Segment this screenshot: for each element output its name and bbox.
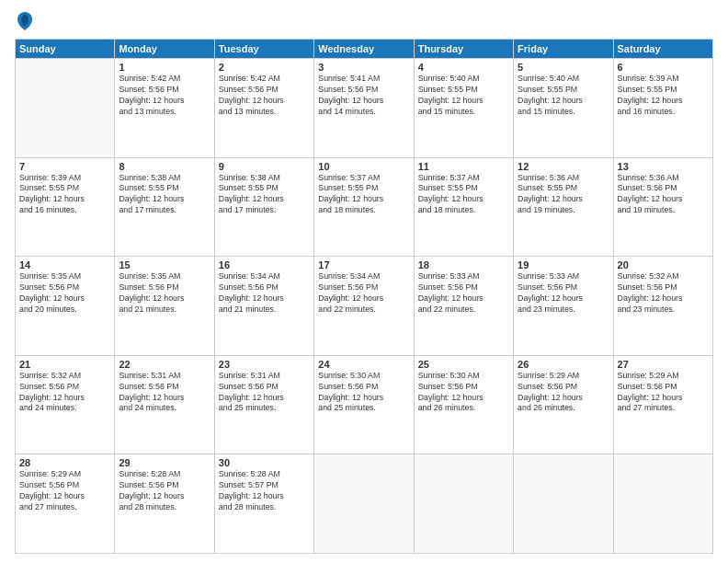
cell-info: Sunrise: 5:39 AM Sunset: 5:55 PM Dayligh… bbox=[19, 173, 110, 217]
calendar-cell: 25Sunrise: 5:30 AM Sunset: 5:56 PM Dayli… bbox=[414, 355, 513, 454]
cell-info: Sunrise: 5:39 AM Sunset: 5:55 PM Dayligh… bbox=[618, 74, 709, 118]
calendar-cell bbox=[514, 454, 613, 554]
cell-info: Sunrise: 5:28 AM Sunset: 5:56 PM Dayligh… bbox=[119, 469, 210, 513]
calendar-week-2: 7Sunrise: 5:39 AM Sunset: 5:55 PM Daylig… bbox=[16, 157, 713, 257]
calendar-header-thursday: Thursday bbox=[414, 40, 513, 59]
day-number: 20 bbox=[618, 259, 709, 270]
calendar-cell: 21Sunrise: 5:32 AM Sunset: 5:56 PM Dayli… bbox=[16, 355, 115, 454]
day-number: 18 bbox=[418, 259, 509, 270]
day-number: 9 bbox=[219, 161, 310, 172]
calendar-cell: 22Sunrise: 5:31 AM Sunset: 5:56 PM Dayli… bbox=[115, 355, 214, 454]
calendar-cell: 16Sunrise: 5:34 AM Sunset: 5:56 PM Dayli… bbox=[214, 257, 313, 356]
cell-info: Sunrise: 5:40 AM Sunset: 5:55 PM Dayligh… bbox=[518, 74, 609, 118]
calendar-cell: 15Sunrise: 5:35 AM Sunset: 5:56 PM Dayli… bbox=[115, 257, 214, 356]
calendar-header-row: SundayMondayTuesdayWednesdayThursdayFrid… bbox=[16, 40, 713, 59]
calendar-cell bbox=[414, 454, 513, 554]
cell-info: Sunrise: 5:31 AM Sunset: 5:56 PM Dayligh… bbox=[119, 371, 210, 415]
calendar-cell: 3Sunrise: 5:41 AM Sunset: 5:56 PM Daylig… bbox=[314, 59, 414, 158]
calendar-cell: 24Sunrise: 5:30 AM Sunset: 5:56 PM Dayli… bbox=[314, 355, 414, 454]
calendar-cell: 20Sunrise: 5:32 AM Sunset: 5:56 PM Dayli… bbox=[613, 257, 712, 356]
calendar-week-4: 21Sunrise: 5:32 AM Sunset: 5:56 PM Dayli… bbox=[16, 355, 713, 454]
cell-info: Sunrise: 5:38 AM Sunset: 5:55 PM Dayligh… bbox=[219, 173, 310, 217]
day-number: 19 bbox=[518, 259, 609, 270]
day-number: 29 bbox=[119, 457, 210, 468]
calendar-cell: 9Sunrise: 5:38 AM Sunset: 5:55 PM Daylig… bbox=[214, 157, 313, 257]
calendar-cell: 23Sunrise: 5:31 AM Sunset: 5:56 PM Dayli… bbox=[214, 355, 313, 454]
calendar-cell: 19Sunrise: 5:33 AM Sunset: 5:56 PM Dayli… bbox=[514, 257, 613, 356]
calendar-cell: 14Sunrise: 5:35 AM Sunset: 5:56 PM Dayli… bbox=[16, 257, 115, 356]
day-number: 3 bbox=[318, 62, 409, 73]
calendar-header-monday: Monday bbox=[115, 40, 214, 59]
calendar-cell bbox=[613, 454, 712, 554]
calendar-cell: 12Sunrise: 5:36 AM Sunset: 5:55 PM Dayli… bbox=[514, 157, 613, 257]
day-number: 4 bbox=[418, 62, 509, 73]
calendar-cell: 27Sunrise: 5:29 AM Sunset: 5:56 PM Dayli… bbox=[613, 355, 712, 454]
day-number: 24 bbox=[318, 359, 409, 370]
cell-info: Sunrise: 5:38 AM Sunset: 5:55 PM Dayligh… bbox=[119, 173, 210, 217]
calendar-header-sunday: Sunday bbox=[16, 40, 115, 59]
cell-info: Sunrise: 5:29 AM Sunset: 5:56 PM Dayligh… bbox=[19, 469, 110, 513]
calendar-cell: 26Sunrise: 5:29 AM Sunset: 5:56 PM Dayli… bbox=[514, 355, 613, 454]
logo bbox=[15, 11, 37, 31]
cell-info: Sunrise: 5:33 AM Sunset: 5:56 PM Dayligh… bbox=[518, 271, 609, 316]
cell-info: Sunrise: 5:41 AM Sunset: 5:56 PM Dayligh… bbox=[318, 74, 409, 118]
cell-info: Sunrise: 5:34 AM Sunset: 5:56 PM Dayligh… bbox=[318, 271, 409, 316]
day-number: 14 bbox=[19, 259, 110, 270]
calendar-cell bbox=[314, 454, 414, 554]
calendar-cell: 6Sunrise: 5:39 AM Sunset: 5:55 PM Daylig… bbox=[613, 59, 712, 158]
cell-info: Sunrise: 5:33 AM Sunset: 5:56 PM Dayligh… bbox=[418, 271, 509, 316]
day-number: 23 bbox=[219, 359, 310, 370]
cell-info: Sunrise: 5:40 AM Sunset: 5:55 PM Dayligh… bbox=[418, 74, 509, 118]
calendar-cell: 11Sunrise: 5:37 AM Sunset: 5:55 PM Dayli… bbox=[414, 157, 513, 257]
calendar-cell: 30Sunrise: 5:28 AM Sunset: 5:57 PM Dayli… bbox=[214, 454, 313, 554]
day-number: 30 bbox=[219, 457, 310, 468]
cell-info: Sunrise: 5:30 AM Sunset: 5:56 PM Dayligh… bbox=[318, 371, 409, 415]
logo-icon bbox=[17, 11, 33, 31]
calendar-cell: 7Sunrise: 5:39 AM Sunset: 5:55 PM Daylig… bbox=[16, 157, 115, 257]
cell-info: Sunrise: 5:37 AM Sunset: 5:55 PM Dayligh… bbox=[318, 173, 409, 217]
calendar-cell: 17Sunrise: 5:34 AM Sunset: 5:56 PM Dayli… bbox=[314, 257, 414, 356]
cell-info: Sunrise: 5:28 AM Sunset: 5:57 PM Dayligh… bbox=[219, 469, 310, 513]
calendar-cell: 13Sunrise: 5:36 AM Sunset: 5:56 PM Dayli… bbox=[613, 157, 712, 257]
cell-info: Sunrise: 5:29 AM Sunset: 5:56 PM Dayligh… bbox=[618, 371, 709, 415]
cell-info: Sunrise: 5:35 AM Sunset: 5:56 PM Dayligh… bbox=[19, 271, 110, 316]
cell-info: Sunrise: 5:34 AM Sunset: 5:56 PM Dayligh… bbox=[219, 271, 310, 316]
calendar-cell: 4Sunrise: 5:40 AM Sunset: 5:55 PM Daylig… bbox=[414, 59, 513, 158]
day-number: 17 bbox=[318, 259, 409, 270]
day-number: 25 bbox=[418, 359, 509, 370]
page: SundayMondayTuesdayWednesdayThursdayFrid… bbox=[0, 0, 728, 563]
calendar-cell: 29Sunrise: 5:28 AM Sunset: 5:56 PM Dayli… bbox=[115, 454, 214, 554]
cell-info: Sunrise: 5:29 AM Sunset: 5:56 PM Dayligh… bbox=[518, 371, 609, 415]
day-number: 8 bbox=[119, 161, 210, 172]
cell-info: Sunrise: 5:35 AM Sunset: 5:56 PM Dayligh… bbox=[119, 271, 210, 316]
day-number: 11 bbox=[418, 161, 509, 172]
calendar-week-5: 28Sunrise: 5:29 AM Sunset: 5:56 PM Dayli… bbox=[16, 454, 713, 554]
day-number: 16 bbox=[219, 259, 310, 270]
day-number: 10 bbox=[318, 161, 409, 172]
day-number: 5 bbox=[518, 62, 609, 73]
calendar-header-wednesday: Wednesday bbox=[314, 40, 414, 59]
day-number: 2 bbox=[219, 62, 310, 73]
calendar-cell: 10Sunrise: 5:37 AM Sunset: 5:55 PM Dayli… bbox=[314, 157, 414, 257]
calendar-cell: 2Sunrise: 5:42 AM Sunset: 5:56 PM Daylig… bbox=[214, 59, 313, 158]
cell-info: Sunrise: 5:37 AM Sunset: 5:55 PM Dayligh… bbox=[418, 173, 509, 217]
day-number: 13 bbox=[618, 161, 709, 172]
day-number: 27 bbox=[618, 359, 709, 370]
calendar-cell: 1Sunrise: 5:42 AM Sunset: 5:56 PM Daylig… bbox=[115, 59, 214, 158]
cell-info: Sunrise: 5:42 AM Sunset: 5:56 PM Dayligh… bbox=[119, 74, 210, 118]
cell-info: Sunrise: 5:42 AM Sunset: 5:56 PM Dayligh… bbox=[219, 74, 310, 118]
day-number: 26 bbox=[518, 359, 609, 370]
cell-info: Sunrise: 5:36 AM Sunset: 5:56 PM Dayligh… bbox=[618, 173, 709, 217]
day-number: 12 bbox=[518, 161, 609, 172]
cell-info: Sunrise: 5:32 AM Sunset: 5:56 PM Dayligh… bbox=[618, 271, 709, 316]
calendar-table: SundayMondayTuesdayWednesdayThursdayFrid… bbox=[15, 39, 713, 554]
day-number: 7 bbox=[19, 161, 110, 172]
day-number: 22 bbox=[119, 359, 210, 370]
calendar-cell: 18Sunrise: 5:33 AM Sunset: 5:56 PM Dayli… bbox=[414, 257, 513, 356]
cell-info: Sunrise: 5:36 AM Sunset: 5:55 PM Dayligh… bbox=[518, 173, 609, 217]
cell-info: Sunrise: 5:31 AM Sunset: 5:56 PM Dayligh… bbox=[219, 371, 310, 415]
calendar-week-1: 1Sunrise: 5:42 AM Sunset: 5:56 PM Daylig… bbox=[16, 59, 713, 158]
calendar-header-friday: Friday bbox=[514, 40, 613, 59]
calendar-cell bbox=[16, 59, 115, 158]
day-number: 1 bbox=[119, 62, 210, 73]
